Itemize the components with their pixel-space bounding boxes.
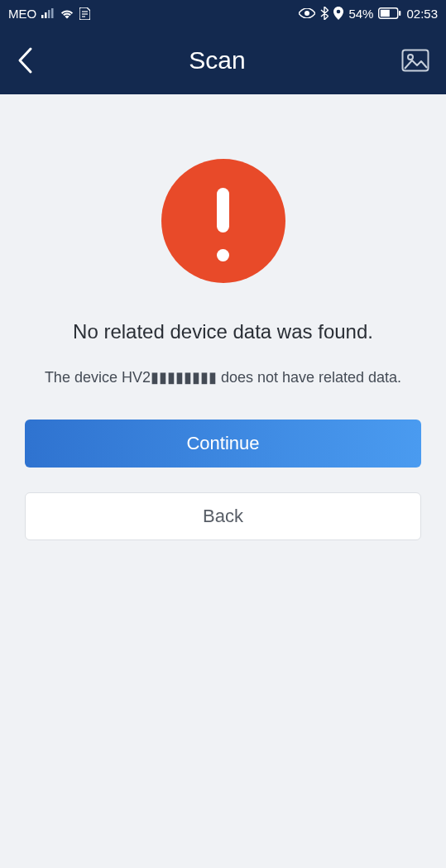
error-heading: No related device data was found. bbox=[25, 320, 421, 343]
back-icon[interactable] bbox=[17, 46, 33, 74]
page-title: Scan bbox=[189, 46, 245, 74]
wifi-icon bbox=[60, 8, 74, 19]
clock-time: 02:53 bbox=[406, 7, 438, 21]
svg-point-7 bbox=[305, 11, 309, 16]
eye-icon bbox=[299, 8, 315, 18]
back-button[interactable]: Back bbox=[25, 492, 421, 540]
location-icon bbox=[333, 7, 343, 20]
battery-icon bbox=[378, 7, 401, 19]
status-left: MEO bbox=[8, 7, 90, 21]
app-header: Scan bbox=[0, 26, 446, 94]
battery-percent: 54% bbox=[348, 7, 373, 21]
svg-rect-2 bbox=[48, 10, 50, 18]
error-subtext: The device HV2▮▮▮▮▮▮▮▮ does not have rel… bbox=[25, 368, 421, 386]
status-right: 54% 02:53 bbox=[299, 7, 438, 21]
status-bar: MEO bbox=[0, 0, 446, 26]
svg-rect-1 bbox=[45, 12, 47, 18]
content-area: No related device data was found. The de… bbox=[0, 159, 446, 540]
svg-point-8 bbox=[337, 10, 341, 14]
svg-rect-10 bbox=[381, 10, 390, 17]
sim-card-icon bbox=[79, 7, 90, 20]
carrier-label: MEO bbox=[8, 7, 36, 21]
svg-rect-11 bbox=[399, 11, 400, 16]
continue-button[interactable]: Continue bbox=[25, 420, 421, 468]
svg-point-13 bbox=[408, 55, 413, 60]
bluetooth-icon bbox=[320, 7, 329, 20]
svg-rect-0 bbox=[41, 15, 44, 18]
gallery-icon[interactable] bbox=[401, 49, 429, 72]
cellular-signal-icon bbox=[41, 8, 55, 18]
svg-rect-3 bbox=[51, 8, 54, 18]
alert-icon bbox=[161, 159, 285, 283]
